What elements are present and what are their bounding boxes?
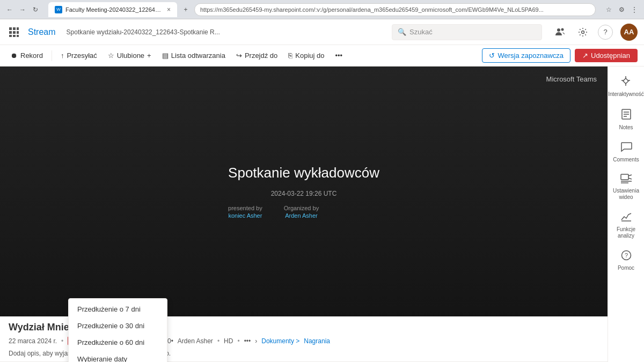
nav-documents[interactable]: Dokumenty > — [261, 337, 299, 345]
more-info-icon[interactable]: ••• — [244, 337, 251, 345]
tab-favicon: W — [55, 6, 62, 13]
more-button[interactable]: ••• — [331, 49, 347, 62]
svg-point-9 — [557, 28, 560, 32]
address-bar[interactable]: https://m365edu265459-my.sharepoint.com/… — [194, 3, 596, 16]
toolbar-right: ↺ Wersja zapoznawcza ↗ Udostępnian — [482, 48, 638, 63]
tab-title: Faculty Meeting-20240322_122643-Spotkani… — [65, 6, 164, 13]
goto-button[interactable]: ↪ Przejdź do — [232, 49, 282, 62]
new-tab-button[interactable]: + — [180, 4, 191, 15]
dot-sep-3: • — [217, 337, 219, 345]
bookmark-button[interactable]: ☆ — [603, 4, 614, 15]
presented-by-name: koniec Asher — [228, 212, 262, 219]
goto-label: Przejdź do — [245, 51, 277, 60]
avatar[interactable]: AA — [620, 24, 638, 41]
analytics-label: Funkcje analizy — [612, 226, 640, 239]
organized-by: Organized by Arden Asher — [284, 205, 319, 219]
notes-icon — [621, 108, 632, 123]
app-name[interactable]: Stream — [28, 27, 56, 37]
share-button[interactable]: ↗ Udostępnian — [575, 49, 638, 62]
svg-rect-16 — [621, 174, 628, 180]
svg-rect-6 — [9, 35, 12, 37]
quality-label: HD — [224, 337, 233, 345]
svg-rect-8 — [17, 35, 19, 37]
sidebar-item-interactivity[interactable]: Interaktywność — [610, 71, 642, 102]
video-main-title: Spotkanie wykładowców — [228, 165, 379, 181]
comments-icon — [620, 142, 632, 155]
goto-icon: ↪ — [236, 51, 242, 60]
presented-by-label: presented by — [228, 205, 262, 211]
svg-text:?: ? — [624, 252, 627, 258]
search-icon: 🔍 — [398, 28, 406, 36]
video-player[interactable]: Microsoft Teams Spotkanie wykładowców 20… — [0, 67, 608, 316]
help-icon-button[interactable]: ? — [598, 25, 613, 40]
version-icon: ↺ — [489, 51, 495, 60]
svg-rect-1 — [13, 27, 16, 30]
forward-button[interactable]: → — [17, 4, 28, 15]
version-label: Wersja zapoznawcza — [497, 51, 564, 60]
copy-label: Kopiuj do — [295, 51, 324, 60]
nav-arrow-icon: › — [255, 337, 257, 345]
search-bar[interactable]: 🔍 Szukać — [392, 24, 542, 40]
breadcrumb: Spotkanie wydziału-20240322_122643-Spotk… — [67, 28, 387, 36]
video-title-overlay: Spotkanie wykładowców 2024-03-22 19:26 U… — [228, 165, 379, 219]
copy-button[interactable]: ⎘ Kopiuj do — [284, 49, 328, 62]
back-button[interactable]: ← — [4, 4, 15, 15]
svg-line-17 — [628, 175, 632, 176]
views-count: 0• — [167, 337, 173, 345]
nav-recordings[interactable]: Nagrania — [304, 337, 330, 345]
svg-rect-4 — [13, 31, 16, 34]
menu-button[interactable]: ⋮ — [629, 4, 640, 15]
tab-close-button[interactable]: × — [167, 6, 171, 13]
sidebar-item-help[interactable]: ? Pomoc — [610, 246, 642, 276]
dropdown-item-extend-30[interactable]: Przedłużenie o 30 dni — [69, 317, 167, 334]
copy-icon: ⎘ — [288, 51, 292, 60]
organized-by-label: Organized by — [284, 205, 319, 211]
interactivity-icon — [620, 75, 632, 90]
favorites-button[interactable]: ☆ Ulubione + — [104, 49, 156, 62]
toolbar-sep-1 — [52, 50, 52, 61]
refresh-button[interactable]: ↻ — [30, 4, 41, 15]
browser-tab[interactable]: W Faculty Meeting-20240322_122643-Spotka… — [48, 2, 177, 17]
browser-controls: ← → ↻ — [4, 4, 41, 15]
more-icon: ••• — [335, 51, 343, 60]
extension-button[interactable]: ⚙ — [616, 4, 627, 15]
record-button[interactable]: ⏺ Rekord — [6, 49, 47, 62]
svg-rect-5 — [17, 31, 19, 34]
author-name: Arden Asher — [178, 337, 213, 345]
dropdown-item-extend-7[interactable]: Przedłużenie o 7 dni — [69, 301, 167, 317]
settings-icon-button[interactable] — [575, 25, 590, 40]
right-sidebar: Interaktywność Notes Comments — [608, 67, 644, 362]
video-settings-icon — [620, 174, 632, 186]
playlist-icon: ▤ — [162, 51, 169, 60]
favorites-plus: + — [147, 51, 151, 60]
dropdown-item-extend-60[interactable]: Przedłużenie o 60 dni — [69, 334, 167, 351]
waffle-menu-button[interactable] — [6, 25, 21, 40]
upload-label: Przesyłać — [67, 51, 97, 60]
help-sidebar-label: Pomoc — [618, 265, 634, 271]
app-header: Stream Spotkanie wydziału-20240322_12264… — [0, 19, 644, 45]
header-icons: ? AA — [553, 24, 638, 41]
svg-point-10 — [561, 28, 564, 31]
sidebar-item-notes[interactable]: Notes — [610, 104, 642, 135]
expiry-dropdown-menu: Przedłużenie o 7 dni Przedłużenie o 30 d… — [68, 298, 167, 362]
notes-label: Notes — [619, 124, 633, 131]
organized-by-name: Arden Asher — [284, 212, 319, 219]
record-icon: ⏺ — [11, 51, 18, 60]
sidebar-item-analytics[interactable]: Funkcje analizy — [610, 207, 642, 243]
video-section: Microsoft Teams Spotkanie wykładowców 20… — [0, 67, 608, 316]
video-platform-label: Microsoft Teams — [546, 75, 597, 83]
toolbar: ⏺ Rekord ↑ Przesyłać ☆ Ulubione + ▤ List… — [0, 45, 644, 67]
svg-rect-7 — [13, 35, 16, 37]
sidebar-item-video-settings[interactable]: Ustawienia wideo — [610, 169, 642, 205]
share-label: Udostępnian — [591, 51, 630, 60]
browser-actions: ☆ ⚙ ⋮ — [603, 4, 640, 15]
version-button[interactable]: ↺ Wersja zapoznawcza — [482, 48, 570, 63]
dropdown-item-choose-date[interactable]: Wybieranie daty — [69, 351, 167, 362]
playlist-button[interactable]: ▤ Lista odtwarzania — [158, 49, 230, 62]
date-label: 22 marca 2024 r. — [9, 337, 57, 345]
dot-sep-4: • — [237, 337, 239, 345]
sidebar-item-comments[interactable]: Comments — [610, 137, 642, 167]
search-placeholder: Szukać — [409, 28, 433, 36]
people-icon-button[interactable] — [553, 25, 568, 40]
upload-button[interactable]: ↑ Przesyłać — [56, 49, 101, 62]
